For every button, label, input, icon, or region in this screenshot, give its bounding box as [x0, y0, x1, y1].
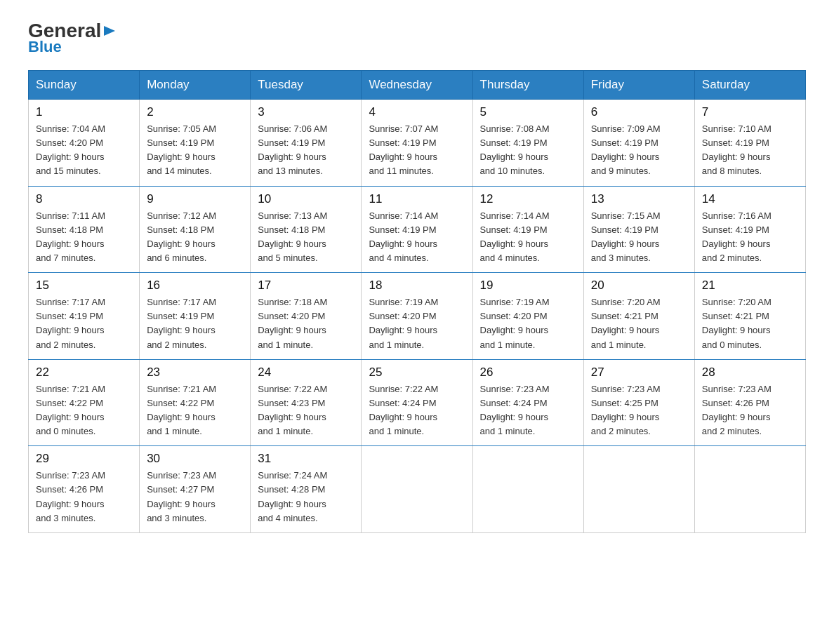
calendar-cell: 29Sunrise: 7:23 AMSunset: 4:26 PMDayligh…: [29, 446, 140, 533]
calendar-cell: 3Sunrise: 7:06 AMSunset: 4:19 PMDaylight…: [251, 100, 362, 187]
calendar-cell: 20Sunrise: 7:20 AMSunset: 4:21 PMDayligh…: [583, 273, 694, 360]
day-number: 15: [36, 279, 132, 293]
day-info: Sunrise: 7:22 AMSunset: 4:23 PMDaylight:…: [258, 382, 354, 439]
day-number: 8: [36, 192, 132, 206]
day-info: Sunrise: 7:23 AMSunset: 4:26 PMDaylight:…: [702, 382, 798, 439]
calendar-cell: 15Sunrise: 7:17 AMSunset: 4:19 PMDayligh…: [29, 273, 140, 360]
day-info: Sunrise: 7:23 AMSunset: 4:25 PMDaylight:…: [591, 382, 687, 439]
day-number: 3: [258, 105, 354, 119]
day-number: 2: [147, 105, 243, 119]
calendar-cell: 26Sunrise: 7:23 AMSunset: 4:24 PMDayligh…: [472, 359, 583, 446]
calendar-cell: 24Sunrise: 7:22 AMSunset: 4:23 PMDayligh…: [251, 359, 362, 446]
day-info: Sunrise: 7:10 AMSunset: 4:19 PMDaylight:…: [702, 122, 798, 179]
day-info: Sunrise: 7:04 AMSunset: 4:20 PMDaylight:…: [36, 122, 132, 179]
day-info: Sunrise: 7:17 AMSunset: 4:19 PMDaylight:…: [147, 295, 243, 352]
calendar-cell: 8Sunrise: 7:11 AMSunset: 4:18 PMDaylight…: [29, 186, 140, 273]
calendar-cell: 11Sunrise: 7:14 AMSunset: 4:19 PMDayligh…: [362, 186, 472, 273]
calendar-header-row: SundayMondayTuesdayWednesdayThursdayFrid…: [29, 71, 806, 100]
day-info: Sunrise: 7:23 AMSunset: 4:24 PMDaylight:…: [480, 382, 576, 439]
day-number: 23: [147, 365, 243, 380]
day-number: 9: [147, 192, 243, 206]
calendar-cell: 25Sunrise: 7:22 AMSunset: 4:24 PMDayligh…: [362, 359, 472, 446]
calendar-cell: 27Sunrise: 7:23 AMSunset: 4:25 PMDayligh…: [583, 359, 694, 446]
day-number: 25: [369, 365, 465, 380]
calendar-cell: [362, 446, 472, 533]
logo: General Blue: [28, 21, 118, 56]
day-info: Sunrise: 7:14 AMSunset: 4:19 PMDaylight:…: [369, 209, 465, 266]
calendar-cell: 5Sunrise: 7:08 AMSunset: 4:19 PMDaylight…: [472, 100, 583, 187]
day-info: Sunrise: 7:24 AMSunset: 4:28 PMDaylight:…: [258, 469, 354, 525]
day-number: 20: [591, 279, 687, 293]
page-header: General Blue: [28, 21, 806, 56]
day-number: 4: [369, 105, 465, 119]
calendar-cell: 13Sunrise: 7:15 AMSunset: 4:19 PMDayligh…: [583, 186, 694, 273]
day-number: 29: [36, 452, 132, 466]
day-info: Sunrise: 7:09 AMSunset: 4:19 PMDaylight:…: [591, 122, 687, 179]
calendar-cell: 22Sunrise: 7:21 AMSunset: 4:22 PMDayligh…: [29, 359, 140, 446]
calendar-cell: 14Sunrise: 7:16 AMSunset: 4:19 PMDayligh…: [694, 186, 805, 273]
logo-blue: Blue: [28, 38, 62, 56]
calendar-cell: [472, 446, 583, 533]
calendar-cell: [583, 446, 694, 533]
day-info: Sunrise: 7:08 AMSunset: 4:19 PMDaylight:…: [480, 122, 576, 179]
day-info: Sunrise: 7:20 AMSunset: 4:21 PMDaylight:…: [702, 295, 798, 352]
logo-arrow-icon: [102, 23, 118, 39]
day-number: 26: [480, 365, 576, 380]
day-info: Sunrise: 7:15 AMSunset: 4:19 PMDaylight:…: [591, 209, 687, 266]
calendar-header-wednesday: Wednesday: [362, 71, 472, 100]
day-info: Sunrise: 7:22 AMSunset: 4:24 PMDaylight:…: [369, 382, 465, 439]
calendar-week-row: 29Sunrise: 7:23 AMSunset: 4:26 PMDayligh…: [29, 446, 806, 533]
day-info: Sunrise: 7:16 AMSunset: 4:19 PMDaylight:…: [702, 209, 798, 266]
calendar-header-monday: Monday: [140, 71, 251, 100]
calendar-header-saturday: Saturday: [694, 71, 805, 100]
calendar-week-row: 1Sunrise: 7:04 AMSunset: 4:20 PMDaylight…: [29, 100, 806, 187]
calendar-cell: 7Sunrise: 7:10 AMSunset: 4:19 PMDaylight…: [694, 100, 805, 187]
day-info: Sunrise: 7:14 AMSunset: 4:19 PMDaylight:…: [480, 209, 576, 266]
day-info: Sunrise: 7:12 AMSunset: 4:18 PMDaylight:…: [147, 209, 243, 266]
calendar-header-friday: Friday: [583, 71, 694, 100]
day-number: 7: [702, 105, 798, 119]
day-number: 12: [480, 192, 576, 206]
calendar-cell: 2Sunrise: 7:05 AMSunset: 4:19 PMDaylight…: [140, 100, 251, 187]
calendar-week-row: 22Sunrise: 7:21 AMSunset: 4:22 PMDayligh…: [29, 359, 806, 446]
day-info: Sunrise: 7:13 AMSunset: 4:18 PMDaylight:…: [258, 209, 354, 266]
day-number: 14: [702, 192, 798, 206]
day-number: 5: [480, 105, 576, 119]
calendar-cell: 16Sunrise: 7:17 AMSunset: 4:19 PMDayligh…: [140, 273, 251, 360]
calendar-header-thursday: Thursday: [472, 71, 583, 100]
day-info: Sunrise: 7:17 AMSunset: 4:19 PMDaylight:…: [36, 295, 132, 352]
calendar-cell: 9Sunrise: 7:12 AMSunset: 4:18 PMDaylight…: [140, 186, 251, 273]
day-number: 28: [702, 365, 798, 380]
svg-marker-0: [104, 26, 115, 36]
day-info: Sunrise: 7:05 AMSunset: 4:19 PMDaylight:…: [147, 122, 243, 179]
calendar-cell: 31Sunrise: 7:24 AMSunset: 4:28 PMDayligh…: [251, 446, 362, 533]
calendar-cell: 21Sunrise: 7:20 AMSunset: 4:21 PMDayligh…: [694, 273, 805, 360]
calendar-cell: 12Sunrise: 7:14 AMSunset: 4:19 PMDayligh…: [472, 186, 583, 273]
day-number: 13: [591, 192, 687, 206]
calendar-cell: 10Sunrise: 7:13 AMSunset: 4:18 PMDayligh…: [251, 186, 362, 273]
day-info: Sunrise: 7:19 AMSunset: 4:20 PMDaylight:…: [480, 295, 576, 352]
calendar-cell: 23Sunrise: 7:21 AMSunset: 4:22 PMDayligh…: [140, 359, 251, 446]
day-info: Sunrise: 7:19 AMSunset: 4:20 PMDaylight:…: [369, 295, 465, 352]
day-info: Sunrise: 7:23 AMSunset: 4:27 PMDaylight:…: [147, 469, 243, 525]
day-number: 22: [36, 365, 132, 380]
calendar-week-row: 8Sunrise: 7:11 AMSunset: 4:18 PMDaylight…: [29, 186, 806, 273]
calendar-cell: 17Sunrise: 7:18 AMSunset: 4:20 PMDayligh…: [251, 273, 362, 360]
calendar-cell: 4Sunrise: 7:07 AMSunset: 4:19 PMDaylight…: [362, 100, 472, 187]
day-number: 11: [369, 192, 465, 206]
day-number: 31: [258, 452, 354, 466]
day-number: 30: [147, 452, 243, 466]
calendar-week-row: 15Sunrise: 7:17 AMSunset: 4:19 PMDayligh…: [29, 273, 806, 360]
day-info: Sunrise: 7:23 AMSunset: 4:26 PMDaylight:…: [36, 469, 132, 525]
day-number: 27: [591, 365, 687, 380]
day-info: Sunrise: 7:06 AMSunset: 4:19 PMDaylight:…: [258, 122, 354, 179]
day-info: Sunrise: 7:21 AMSunset: 4:22 PMDaylight:…: [36, 382, 132, 439]
day-number: 19: [480, 279, 576, 293]
calendar-header-sunday: Sunday: [29, 71, 140, 100]
day-info: Sunrise: 7:11 AMSunset: 4:18 PMDaylight:…: [36, 209, 132, 266]
calendar-cell: 30Sunrise: 7:23 AMSunset: 4:27 PMDayligh…: [140, 446, 251, 533]
day-info: Sunrise: 7:21 AMSunset: 4:22 PMDaylight:…: [147, 382, 243, 439]
calendar-cell: 28Sunrise: 7:23 AMSunset: 4:26 PMDayligh…: [694, 359, 805, 446]
day-number: 6: [591, 105, 687, 119]
day-number: 21: [702, 279, 798, 293]
